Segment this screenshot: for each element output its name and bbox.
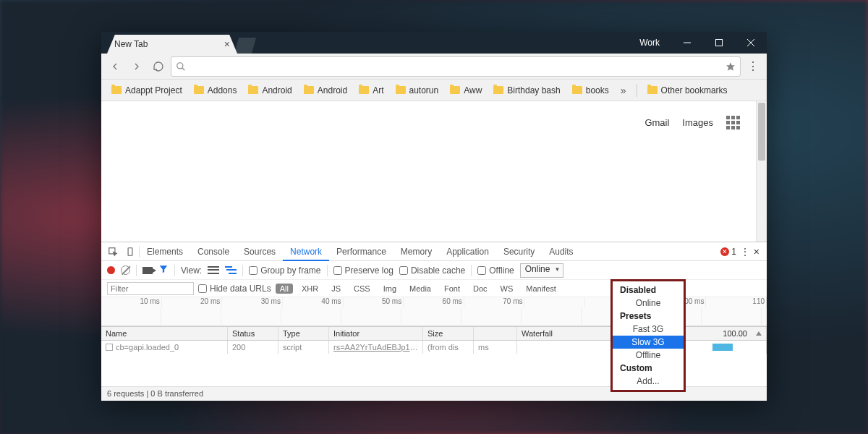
bookmark-folder[interactable]: Addons <box>190 83 242 98</box>
divider <box>174 265 175 276</box>
images-link[interactable]: Images <box>682 117 713 128</box>
error-badge[interactable]: ✕1 <box>720 247 736 257</box>
tab-memory[interactable]: Memory <box>393 242 439 261</box>
filter-type-all[interactable]: All <box>276 284 293 294</box>
close-window-button[interactable] <box>735 32 767 54</box>
omnibox[interactable] <box>171 56 741 77</box>
folder-icon <box>493 86 503 94</box>
view-list-icon[interactable] <box>208 265 219 276</box>
filter-type-ws[interactable]: WS <box>496 284 518 294</box>
filter-type-manifest[interactable]: Manifest <box>522 284 561 294</box>
bookmark-folder[interactable]: Art <box>354 83 388 98</box>
devtools-panel: Elements Console Sources Network Perform… <box>101 242 767 401</box>
filter-type-css[interactable]: CSS <box>349 284 375 294</box>
waterfall-bar <box>712 344 733 351</box>
browser-menu-button[interactable]: ⋮ <box>744 59 762 73</box>
filter-type-doc[interactable]: Doc <box>469 284 492 294</box>
dropdown-item-fast3g[interactable]: Fast 3G <box>613 323 684 336</box>
dropdown-item-offline[interactable]: Offline <box>613 349 684 362</box>
group-by-frame-checkbox[interactable]: Group by frame <box>249 265 320 276</box>
svg-rect-1 <box>716 40 723 46</box>
filter-type-xhr[interactable]: XHR <box>297 284 323 294</box>
divider <box>327 265 328 276</box>
profile-badge[interactable]: Work <box>628 38 671 48</box>
divider <box>471 265 472 276</box>
bookmark-folder[interactable]: Aww <box>446 83 486 98</box>
row-checkbox[interactable] <box>106 344 113 351</box>
dropdown-item-slow3g[interactable]: Slow 3G <box>613 336 684 349</box>
clear-button[interactable] <box>121 265 130 275</box>
folder-icon <box>647 86 658 94</box>
folder-icon <box>111 86 122 94</box>
hide-data-urls-checkbox[interactable]: Hide data URLs <box>198 284 271 294</box>
dropdown-item-add[interactable]: Add... <box>613 375 684 388</box>
dropdown-header: Presets <box>613 310 684 323</box>
scrollbar-thumb[interactable] <box>758 103 765 161</box>
col-status[interactable]: Status <box>228 327 278 340</box>
minimize-button[interactable] <box>671 32 703 54</box>
tab-security[interactable]: Security <box>496 242 542 261</box>
inspect-element-icon[interactable] <box>104 243 122 260</box>
col-size[interactable]: Size <box>423 327 474 340</box>
maximize-button[interactable] <box>703 32 735 54</box>
address-bar: ⋮ <box>101 54 767 80</box>
bookmark-folder[interactable]: Android <box>244 83 296 98</box>
bookmark-star-icon[interactable] <box>726 61 736 72</box>
tab-network[interactable]: Network <box>283 242 329 261</box>
gmail-link[interactable]: Gmail <box>644 117 669 128</box>
bookmarks-bar: Adappt Project Addons Android Android Ar… <box>101 80 767 101</box>
filter-toggle-icon[interactable] <box>158 264 169 276</box>
disable-cache-checkbox[interactable]: Disable cache <box>399 265 465 276</box>
network-toolbar: View: Group by frame Preserve log Disabl… <box>101 261 767 280</box>
col-time[interactable] <box>474 327 517 340</box>
browser-tab[interactable]: New Tab × <box>107 35 237 54</box>
close-tab-icon[interactable]: × <box>224 38 230 50</box>
apps-grid-icon[interactable] <box>726 116 740 129</box>
filter-type-img[interactable]: Img <box>379 284 401 294</box>
forward-button[interactable] <box>127 57 146 76</box>
tab-elements[interactable]: Elements <box>140 242 190 261</box>
tab-performance[interactable]: Performance <box>329 242 393 261</box>
bookmark-folder[interactable]: books <box>568 83 613 98</box>
filter-type-media[interactable]: Media <box>405 284 435 294</box>
tab-audits[interactable]: Audits <box>542 242 580 261</box>
tab-sources[interactable]: Sources <box>237 242 283 261</box>
filter-type-js[interactable]: JS <box>327 284 345 294</box>
new-tab-button[interactable] <box>234 38 256 54</box>
svg-rect-8 <box>128 247 132 255</box>
scrollbar[interactable] <box>756 101 767 242</box>
bookmarks-overflow-button[interactable]: » <box>616 85 631 96</box>
col-initiator[interactable]: Initiator <box>329 327 423 340</box>
record-button[interactable] <box>107 266 115 274</box>
view-label: View: <box>181 265 202 276</box>
devtools-close-icon[interactable]: × <box>754 246 760 258</box>
col-type[interactable]: Type <box>278 327 329 340</box>
reload-button[interactable] <box>149 57 168 76</box>
error-icon: ✕ <box>720 247 729 256</box>
bookmark-folder[interactable]: Android <box>299 83 352 98</box>
other-bookmarks-button[interactable]: Other bookmarks <box>643 83 732 98</box>
divider <box>637 84 637 97</box>
folder-icon <box>396 86 406 94</box>
device-toggle-icon[interactable] <box>122 243 139 260</box>
devtools-menu-icon[interactable]: ⋮ <box>741 247 749 257</box>
throttling-select[interactable]: Online <box>520 263 564 278</box>
col-name[interactable]: Name <box>101 327 228 340</box>
bookmark-folder[interactable]: Birthday bash <box>489 83 564 98</box>
bookmark-folder[interactable]: autorun <box>391 83 443 98</box>
filter-input[interactable] <box>107 282 194 295</box>
dropdown-item-online[interactable]: Online <box>613 297 684 310</box>
tab-console[interactable]: Console <box>190 242 237 261</box>
dropdown-header: Disabled <box>613 284 684 297</box>
offline-checkbox[interactable]: Offline <box>477 265 514 276</box>
filter-type-font[interactable]: Font <box>440 284 464 294</box>
sort-ascending-icon <box>756 331 762 336</box>
view-waterfall-icon[interactable] <box>225 265 237 276</box>
bookmark-folder[interactable]: Adappt Project <box>107 83 187 98</box>
screenshot-icon[interactable] <box>142 267 153 274</box>
preserve-log-checkbox[interactable]: Preserve log <box>333 265 393 276</box>
url-input[interactable] <box>190 61 723 72</box>
back-button[interactable] <box>106 57 124 76</box>
tab-application[interactable]: Application <box>439 242 496 261</box>
ntp-top-links: Gmail Images <box>644 116 740 129</box>
